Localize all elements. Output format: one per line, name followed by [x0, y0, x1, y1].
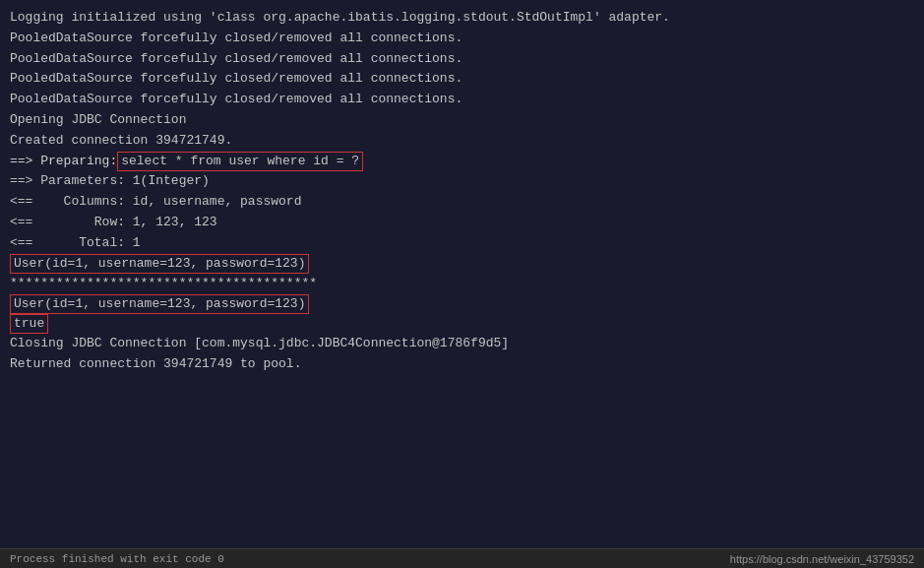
console-output: Logging initialized using 'class org.apa…: [0, 0, 924, 548]
user-object-1-boxed: User(id=1, username=123, password=123): [10, 254, 309, 274]
log-line-returned: Returned connection 394721749 to pool.: [10, 354, 914, 375]
log-line-user2: User(id=1, username=123, password=123): [10, 294, 914, 314]
log-line-user1: User(id=1, username=123, password=123): [10, 254, 914, 274]
log-line-2: PooledDataSource forcefully closed/remov…: [10, 29, 914, 49]
log-line-preparing: ==> Preparing: select * from user where …: [10, 152, 914, 172]
log-line-true: true: [10, 314, 914, 334]
preparing-prefix: ==> Preparing:: [10, 152, 117, 172]
log-line-parameters: ==> Parameters: 1(Integer): [10, 171, 914, 192]
log-line-4: PooledDataSource forcefully closed/remov…: [10, 69, 914, 90]
log-line-empty2: [10, 395, 914, 415]
footer-bar: Process finished with exit code 0 https:…: [0, 548, 924, 568]
log-line-7: Created connection 394721749.: [10, 131, 914, 152]
log-line-closing: Closing JDBC Connection [com.mysql.jdbc.…: [10, 334, 914, 354]
log-line-empty1: [10, 375, 914, 396]
true-value-boxed: true: [10, 314, 48, 334]
log-line-5: PooledDataSource forcefully closed/remov…: [10, 90, 914, 110]
log-line-1: Logging initialized using 'class org.apa…: [10, 8, 914, 29]
log-line-total: <== Total: 1: [10, 233, 914, 254]
log-line-row: <== Row: 1, 123, 123: [10, 213, 914, 233]
log-line-columns: <== Columns: id, username, password: [10, 192, 914, 213]
log-line-stars: ****************************************: [10, 274, 914, 294]
blog-url: https://blog.csdn.net/weixin_43759352: [730, 553, 914, 565]
sql-query-boxed: select * from user where id = ?: [117, 152, 363, 171]
log-line-6: Opening JDBC Connection: [10, 110, 914, 131]
process-status: Process finished with exit code 0: [10, 553, 224, 565]
log-line-3: PooledDataSource forcefully closed/remov…: [10, 49, 914, 70]
user-object-2-boxed: User(id=1, username=123, password=123): [10, 294, 309, 314]
